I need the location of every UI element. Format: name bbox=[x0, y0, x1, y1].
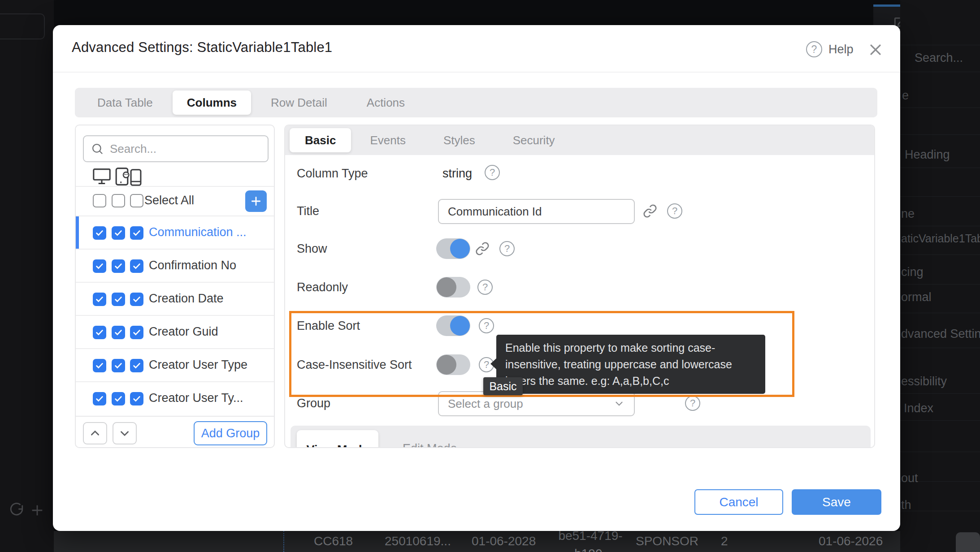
select-all-checkbox-desktop[interactable] bbox=[93, 194, 106, 207]
help-icon[interactable]: ? bbox=[667, 203, 682, 219]
sidebar-fragment: dvanced Settings bbox=[901, 327, 980, 341]
background-top-bar bbox=[54, 0, 900, 25]
dialog-tab-bar: Data Table Columns Row Detail Actions bbox=[75, 88, 877, 117]
column-item-creator-user-ty[interactable]: Creator User Ty... bbox=[76, 381, 275, 414]
help-icon[interactable]: ? bbox=[477, 280, 493, 295]
plus-icon bbox=[250, 195, 262, 207]
readonly-toggle[interactable] bbox=[436, 277, 470, 298]
help-icon[interactable]: ? bbox=[685, 396, 700, 411]
column-item-label: Creation Date bbox=[149, 292, 224, 306]
tab-row-detail[interactable]: Row Detail bbox=[251, 91, 347, 115]
help-icon: ? bbox=[806, 41, 822, 57]
help-button[interactable]: ? Help bbox=[806, 41, 854, 57]
table-cell: SPONSOR bbox=[636, 534, 698, 548]
column-item-creation-date[interactable]: Creation Date bbox=[76, 282, 275, 315]
add-column-button[interactable] bbox=[245, 190, 267, 212]
mobile-icon[interactable] bbox=[129, 168, 143, 186]
search-input[interactable] bbox=[110, 142, 253, 156]
sidebar-fragment: ne bbox=[901, 207, 915, 221]
tab-actions[interactable]: Actions bbox=[347, 91, 425, 115]
table-cell: CC618 bbox=[314, 534, 353, 548]
close-icon[interactable] bbox=[868, 42, 883, 57]
tooltip-arrow bbox=[490, 358, 497, 370]
field-label: Group bbox=[297, 397, 330, 410]
checkbox-tablet[interactable] bbox=[112, 293, 125, 306]
list-footer: Add Group bbox=[76, 416, 275, 448]
tooltip: Enable this property to make sorting cas… bbox=[496, 335, 765, 394]
field-label: Title bbox=[297, 204, 319, 218]
checkbox-desktop[interactable] bbox=[93, 392, 106, 405]
tablet-icon[interactable] bbox=[113, 167, 130, 186]
help-label: Help bbox=[828, 43, 854, 56]
tab-security[interactable]: Security bbox=[494, 128, 574, 152]
tab-edit-mode[interactable]: Edit Mode bbox=[403, 442, 457, 448]
tab-events[interactable]: Events bbox=[351, 128, 425, 152]
sidebar-fragment: aticVariable1Table bbox=[901, 232, 980, 245]
sidebar-fragment: th bbox=[901, 498, 911, 512]
enable-sort-toggle[interactable] bbox=[436, 315, 470, 336]
checkbox-desktop[interactable] bbox=[93, 259, 106, 273]
tab-basic[interactable]: Basic bbox=[290, 128, 351, 152]
checkbox-mobile[interactable] bbox=[130, 226, 143, 240]
link-icon[interactable] bbox=[643, 204, 657, 218]
background-toolbox bbox=[0, 13, 45, 39]
field-label: Column Type bbox=[297, 167, 368, 181]
table-selection-dotted-line bbox=[283, 531, 284, 552]
checkbox-mobile[interactable] bbox=[130, 259, 143, 273]
select-all-checkbox-tablet[interactable] bbox=[112, 194, 125, 207]
checkbox-tablet[interactable] bbox=[112, 359, 125, 372]
tab-view-mode[interactable]: View Mode bbox=[297, 430, 378, 448]
tab-styles[interactable]: Styles bbox=[425, 128, 494, 152]
column-settings-panel: Basic Events Styles Security Column Type… bbox=[284, 125, 875, 448]
column-item-creator-guid[interactable]: Creator Guid bbox=[76, 315, 275, 348]
sidebar-fragment: Index bbox=[904, 401, 933, 415]
mode-tab-bar: View Mode Edit Mode bbox=[291, 426, 871, 448]
toggle-knob bbox=[437, 355, 456, 375]
desktop-icon[interactable] bbox=[92, 168, 112, 185]
checkbox-tablet[interactable] bbox=[112, 326, 125, 339]
move-down-button[interactable] bbox=[113, 422, 137, 444]
checkbox-mobile[interactable] bbox=[130, 392, 143, 405]
checkbox-desktop[interactable] bbox=[93, 326, 106, 339]
checkbox-tablet[interactable] bbox=[112, 259, 125, 273]
checkbox-tablet[interactable] bbox=[112, 392, 125, 405]
field-label: Show bbox=[297, 242, 327, 256]
checkbox-desktop[interactable] bbox=[93, 359, 106, 372]
select-placeholder: Select a group bbox=[448, 397, 523, 411]
tab-data-table[interactable]: Data Table bbox=[78, 91, 173, 115]
field-column-type: Column Type string ? bbox=[285, 160, 875, 187]
column-item-confirmation-no[interactable]: Confirmation No bbox=[76, 249, 275, 282]
add-group-button[interactable]: Add Group bbox=[194, 421, 267, 445]
field-label: Readonly bbox=[297, 280, 348, 294]
field-label: Case-Insensitive Sort bbox=[297, 358, 412, 372]
help-icon[interactable]: ? bbox=[479, 318, 494, 333]
title-input[interactable] bbox=[438, 199, 635, 224]
toggle-knob bbox=[437, 277, 456, 297]
column-search[interactable] bbox=[83, 135, 269, 162]
show-toggle[interactable] bbox=[436, 238, 470, 259]
chevron-down-icon bbox=[119, 427, 130, 439]
checkbox-mobile[interactable] bbox=[130, 326, 143, 339]
case-insensitive-sort-toggle[interactable] bbox=[436, 354, 470, 375]
help-icon[interactable]: ? bbox=[485, 165, 500, 180]
chevron-down-icon bbox=[613, 398, 625, 410]
tab-columns[interactable]: Columns bbox=[173, 91, 251, 115]
link-icon[interactable] bbox=[475, 242, 490, 256]
group-select[interactable]: Select a group bbox=[438, 391, 635, 416]
move-up-button[interactable] bbox=[83, 422, 107, 444]
checkbox-desktop[interactable] bbox=[93, 226, 106, 240]
select-all-row[interactable]: Select All bbox=[76, 187, 275, 216]
checkbox-tablet[interactable] bbox=[112, 226, 125, 240]
background-scroll-piece bbox=[956, 532, 980, 552]
advanced-settings-dialog: Advanced Settings: StaticVariable1Table1… bbox=[53, 25, 900, 531]
checkbox-mobile[interactable] bbox=[130, 359, 143, 372]
cancel-button[interactable]: Cancel bbox=[694, 489, 783, 515]
select-all-checkbox-mobile[interactable] bbox=[130, 194, 143, 207]
help-icon[interactable]: ? bbox=[499, 241, 515, 256]
column-item-creator-user-type[interactable]: Creator User Type bbox=[76, 348, 275, 381]
save-button[interactable]: Save bbox=[792, 489, 881, 515]
checkbox-mobile[interactable] bbox=[130, 293, 143, 306]
column-item-communication-id[interactable]: Communication ... bbox=[76, 216, 275, 249]
table-cell: 25010619... bbox=[385, 534, 451, 548]
checkbox-desktop[interactable] bbox=[93, 293, 106, 306]
